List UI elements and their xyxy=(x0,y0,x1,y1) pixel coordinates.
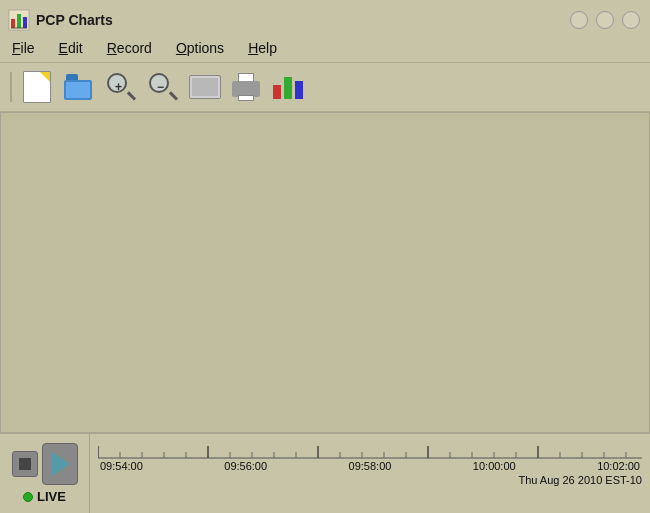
zoom-plus-sign: + xyxy=(115,81,122,93)
print-button[interactable] xyxy=(228,68,266,106)
svg-rect-1 xyxy=(11,19,15,28)
new-icon xyxy=(23,71,51,103)
svg-rect-3 xyxy=(23,17,27,28)
zoom-minus-sign: − xyxy=(157,81,164,93)
print-icon xyxy=(232,73,262,101)
minimize-button[interactable] xyxy=(570,11,588,29)
zoom-in-icon: + xyxy=(107,73,135,101)
status-bar: LIVE xyxy=(0,433,650,513)
open-icon xyxy=(64,74,94,100)
maximize-button[interactable] xyxy=(596,11,614,29)
timeline: 09:54:00 09:56:00 09:58:00 10:00:00 10:0… xyxy=(90,434,650,513)
toolbar: + − xyxy=(0,62,650,112)
play-icon xyxy=(52,452,70,476)
zoom-out-icon: − xyxy=(149,73,177,101)
chart-bar-1 xyxy=(273,85,281,99)
window-controls xyxy=(570,11,640,29)
stop-button[interactable] xyxy=(12,451,38,477)
live-label: LIVE xyxy=(37,489,66,504)
zoom-handle-out xyxy=(169,91,178,100)
open-button[interactable] xyxy=(60,68,98,106)
live-indicator: LIVE xyxy=(23,489,66,504)
ruler-svg xyxy=(98,438,642,462)
play-controls: LIVE xyxy=(0,434,90,513)
menu-file[interactable]: File xyxy=(8,38,39,58)
main-window: PCP Charts File Edit Record Options Help xyxy=(0,0,650,513)
title-bar: PCP Charts xyxy=(0,0,650,36)
zoom-handle xyxy=(127,91,136,100)
live-dot xyxy=(23,492,33,502)
menu-record[interactable]: Record xyxy=(103,38,156,58)
transport-buttons xyxy=(12,443,78,485)
app-title: PCP Charts xyxy=(36,12,113,28)
new-button[interactable] xyxy=(18,68,56,106)
title-left: PCP Charts xyxy=(8,9,113,31)
toolbar-separator-1 xyxy=(10,72,12,102)
screenshot-button[interactable] xyxy=(186,68,224,106)
ruler-ticks xyxy=(98,438,642,458)
folder-front xyxy=(66,82,90,98)
app-icon xyxy=(8,9,30,31)
menu-bar: File Edit Record Options Help xyxy=(0,36,650,62)
close-button[interactable] xyxy=(622,11,640,29)
charts-icon xyxy=(273,73,305,101)
menu-edit[interactable]: Edit xyxy=(55,38,87,58)
chart-bar-2 xyxy=(284,77,292,99)
zoom-in-button[interactable]: + xyxy=(102,68,140,106)
menu-help[interactable]: Help xyxy=(244,38,281,58)
main-content-area xyxy=(0,112,650,433)
stop-icon xyxy=(19,458,31,470)
menu-options[interactable]: Options xyxy=(172,38,228,58)
timeline-date: Thu Aug 26 2010 EST-10 xyxy=(98,474,642,486)
svg-rect-2 xyxy=(17,14,21,28)
chart-bar-3 xyxy=(295,81,303,99)
play-button[interactable] xyxy=(42,443,78,485)
screenshot-icon xyxy=(189,75,221,99)
printer-output xyxy=(238,95,254,101)
charts-button[interactable] xyxy=(270,68,308,106)
zoom-out-button[interactable]: − xyxy=(144,68,182,106)
